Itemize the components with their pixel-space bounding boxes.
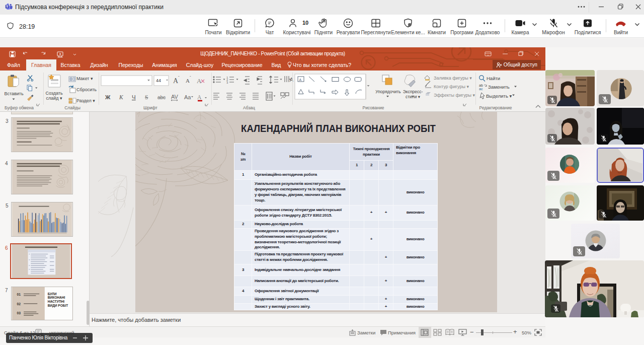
svg-text:S: S bbox=[145, 94, 148, 100]
svg-text:А: А bbox=[197, 94, 202, 100]
svg-text:ac: ac bbox=[479, 87, 483, 91]
svg-text:A: A bbox=[299, 78, 302, 82]
svg-text:НАСТУПНІ: НАСТУПНІ bbox=[48, 300, 65, 303]
svg-text:Aa: Aa bbox=[184, 94, 191, 100]
svg-text:02: 02 bbox=[17, 302, 21, 306]
svg-text:ВИКОНАНІ: ВИКОНАНІ bbox=[48, 296, 65, 299]
svg-text:ˇ: ˇ bbox=[190, 75, 191, 80]
svg-text:01: 01 bbox=[17, 293, 21, 296]
svg-text:abc: abc bbox=[157, 95, 166, 100]
svg-text:А: А bbox=[197, 77, 202, 85]
svg-text:3: 3 bbox=[226, 81, 228, 84]
svg-text:03: 03 bbox=[17, 311, 21, 315]
svg-text:К: К bbox=[119, 94, 124, 100]
svg-text:AV: AV bbox=[171, 94, 179, 100]
svg-text:А: А bbox=[186, 78, 190, 84]
svg-text:ab: ab bbox=[479, 84, 483, 87]
svg-text:Ж: Ж bbox=[105, 94, 111, 100]
svg-text:Ч: Ч bbox=[132, 94, 136, 100]
svg-text:БУЛИ: БУЛИ bbox=[48, 292, 57, 296]
svg-text:ˆ: ˆ bbox=[178, 75, 180, 80]
svg-text:ВИДИ РОБІТ: ВИДИ РОБІТ bbox=[48, 304, 68, 308]
